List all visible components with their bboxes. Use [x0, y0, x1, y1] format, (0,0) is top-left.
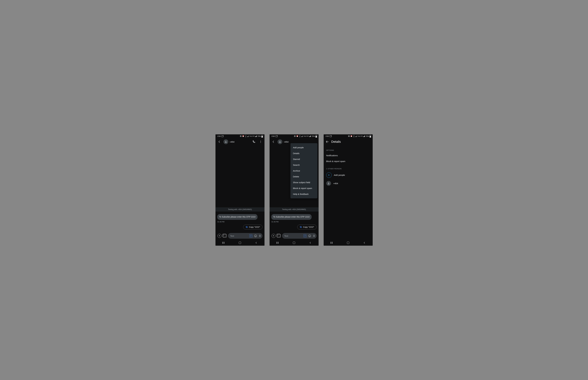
signal-sim1-icon — [247, 135, 249, 137]
svg-point-2 — [260, 142, 261, 142]
mic-button[interactable] — [313, 234, 315, 237]
status-time: 2:53 — [272, 135, 275, 137]
option-notifications[interactable]: Notifications — [326, 152, 370, 158]
message-time: 01:40 PM — [217, 221, 224, 223]
message-time: 01:40 PM — [272, 221, 278, 223]
sim-indicator[interactable]: 2 — [249, 234, 253, 237]
back-button[interactable] — [271, 139, 276, 144]
message-placeholder: Text — [284, 235, 302, 237]
wifi-icon — [353, 135, 355, 137]
menu-delete[interactable]: Delete — [291, 174, 317, 179]
alarm-icon: ⏰ — [350, 135, 352, 137]
svg-point-8 — [256, 235, 256, 236]
copy-otp-chip[interactable]: Copy "2222" — [297, 225, 316, 229]
battery-icon — [261, 135, 263, 137]
nav-recents-button[interactable] — [276, 242, 279, 244]
overflow-menu: Add people Details Starred Search Archiv… — [291, 143, 317, 198]
svg-rect-16 — [314, 235, 314, 236]
status-bar: 2:53 ⏻ ⏰ Vo)) LTE2 71% — [324, 134, 373, 138]
volte-label: Vo)) LTE2 — [304, 136, 309, 137]
menu-show-subject[interactable]: Show subject field — [291, 179, 317, 185]
battery-icon — [315, 135, 317, 137]
contact-avatar[interactable] — [277, 139, 282, 144]
conversation-area: Texting with +454 (SMS/MMS) To Subsribe … — [216, 146, 264, 232]
battery-icon — [370, 135, 371, 137]
copy-otp-chip[interactable]: Copy "2222" — [243, 225, 262, 229]
wifi-icon — [299, 135, 301, 137]
menu-block-spam[interactable]: Block & report spam — [291, 185, 317, 191]
svg-point-14 — [309, 235, 309, 236]
signal-sim2-icon — [363, 135, 365, 137]
contact-name[interactable]: +454 — [284, 141, 289, 143]
status-time: 2:53 — [217, 135, 221, 137]
nav-back-button[interactable] — [309, 242, 312, 244]
nav-back-button[interactable] — [363, 242, 366, 244]
svg-point-17 — [328, 183, 329, 183]
svg-rect-9 — [259, 235, 260, 236]
option-block-spam[interactable]: Block & report spam — [326, 158, 370, 164]
contact-avatar[interactable] — [223, 139, 228, 144]
nav-recents-button[interactable] — [331, 242, 333, 244]
details-title: Details — [331, 140, 341, 144]
nav-home-button[interactable] — [347, 242, 349, 244]
mic-button[interactable] — [258, 234, 261, 237]
svg-point-7 — [255, 235, 255, 236]
options-header: OPTIONS — [326, 150, 370, 151]
gallery-button[interactable] — [277, 234, 281, 238]
copy-otp-label: Copy "2222" — [303, 226, 314, 228]
call-button[interactable] — [251, 139, 256, 144]
contact-name[interactable]: +454 — [230, 141, 235, 143]
message-bubble[interactable]: To Subsribe please enter this OTP 2222 — [217, 214, 258, 220]
phone-chat-menu: 2:53 ⏻ ⏰ Vo)) LTE2 71% +454 — [270, 134, 318, 246]
svg-rect-12 — [300, 226, 301, 228]
svg-point-10 — [279, 141, 280, 142]
emoji-button[interactable] — [254, 234, 257, 237]
person-row[interactable]: +454 — [326, 179, 370, 188]
message-input[interactable]: Text 2 — [228, 233, 262, 239]
battery-pct: 71% — [366, 135, 369, 137]
nav-home-button[interactable] — [293, 242, 295, 244]
menu-archive[interactable]: Archive — [291, 168, 317, 174]
signal-sim1-icon — [355, 135, 357, 137]
gallery-button[interactable] — [223, 234, 227, 238]
overflow-menu-button[interactable] — [258, 139, 263, 144]
message-placeholder: Text — [230, 235, 248, 237]
power-save-icon: ⏻ — [294, 135, 296, 137]
status-time: 2:53 — [326, 135, 329, 137]
add-people-icon: + — [326, 172, 332, 178]
power-save-icon: ⏻ — [348, 135, 350, 137]
back-button[interactable] — [217, 139, 222, 144]
menu-search[interactable]: Search — [291, 162, 317, 168]
message-bubble[interactable]: To Subsribe please enter this OTP 2222 — [271, 214, 312, 220]
add-attachment-button[interactable]: + — [217, 234, 221, 238]
signal-sim2-icon — [255, 135, 257, 137]
add-people-row[interactable]: + Add people — [326, 171, 370, 179]
svg-point-13 — [308, 235, 311, 237]
sim-indicator[interactable]: 2 — [304, 234, 307, 237]
nav-home-button[interactable] — [239, 242, 241, 244]
volte-label: Vo)) LTE2 — [250, 136, 255, 137]
people-header: 1 OTHER PERSON — [326, 168, 370, 170]
sms-info-strip: Texting with +454 (SMS/MMS) — [270, 207, 318, 211]
volte-label: Vo)) LTE2 — [358, 136, 363, 137]
alarm-icon: ⏰ — [242, 135, 244, 137]
status-bar: 2:53 ⏻ ⏰ Vo)) LTE2 71% — [216, 134, 264, 138]
menu-add-people[interactable]: Add people — [291, 145, 317, 151]
menu-details[interactable]: Details — [291, 151, 317, 156]
person-label: +454 — [333, 182, 338, 185]
phone-chat: 2:53 ⏻ ⏰ Vo)) LTE2 71% +454 — [216, 134, 264, 246]
menu-help-feedback[interactable]: Help & feedback — [291, 191, 317, 197]
emoji-button[interactable] — [308, 234, 311, 237]
nav-recents-button[interactable] — [222, 242, 225, 244]
message-input[interactable]: Text 2 — [282, 233, 316, 239]
copy-otp-label: Copy "2222" — [249, 226, 260, 228]
nav-back-button[interactable] — [255, 242, 257, 244]
svg-point-3 — [260, 142, 261, 143]
android-nav-bar — [270, 240, 318, 246]
svg-point-1 — [260, 141, 261, 141]
add-attachment-button[interactable]: + — [272, 234, 275, 238]
wifi-icon — [245, 135, 247, 137]
menu-starred[interactable]: Starred — [291, 156, 317, 162]
back-button[interactable] — [326, 140, 329, 143]
status-bar: 2:53 ⏻ ⏰ Vo)) LTE2 71% — [270, 134, 318, 138]
